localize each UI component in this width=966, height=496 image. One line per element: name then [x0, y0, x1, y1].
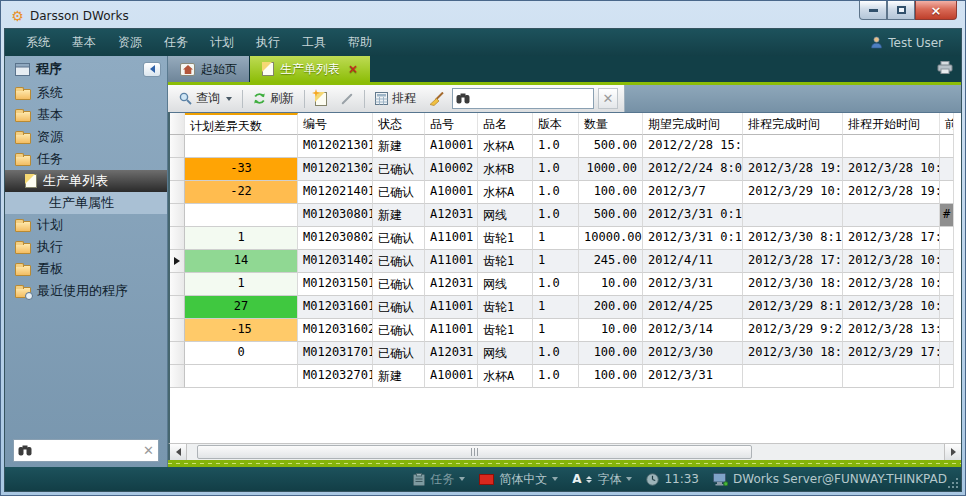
- sidebar-item-basic[interactable]: 基本: [5, 104, 167, 126]
- table-cell[interactable]: 2012/3/28 19:10: [743, 158, 843, 181]
- table-cell[interactable]: 2012/3/30: [643, 342, 743, 365]
- table-cell[interactable]: 1: [533, 296, 579, 319]
- table-row[interactable]: 1M012030802已确认A11001齿轮1110000.002012/3/3…: [170, 227, 961, 250]
- column-header[interactable]: 品号: [425, 113, 478, 135]
- column-header[interactable]: 排程开始时间: [843, 113, 940, 135]
- column-header[interactable]: 品名: [478, 113, 533, 135]
- sidebar-item-system[interactable]: 系统: [5, 82, 167, 104]
- table-cell[interactable]: A10001: [425, 365, 478, 388]
- table-cell[interactable]: 2012/3/31 0:17: [643, 227, 743, 250]
- table-cell[interactable]: A10002: [425, 158, 478, 181]
- column-header[interactable]: 版本: [533, 113, 579, 135]
- table-cell[interactable]: 已确认: [373, 273, 425, 296]
- menu-execute[interactable]: 执行: [245, 30, 291, 55]
- refresh-button[interactable]: 刷新: [248, 88, 299, 109]
- record-selector[interactable]: [170, 365, 185, 388]
- table-cell[interactable]: [743, 135, 843, 158]
- table-cell[interactable]: 齿轮1: [478, 296, 533, 319]
- record-selector[interactable]: [170, 342, 185, 365]
- table-cell-overflow[interactable]: [940, 158, 954, 181]
- table-cell[interactable]: 1.0: [533, 273, 579, 296]
- minimize-button[interactable]: [859, 1, 887, 20]
- table-cell[interactable]: 2012/3/7: [643, 181, 743, 204]
- table-cell[interactable]: 2012/3/30 18:00: [743, 342, 843, 365]
- table-cell[interactable]: 齿轮1: [478, 227, 533, 250]
- table-row[interactable]: 1M012031501已确认A12031网线1.010.002012/3/312…: [170, 273, 961, 296]
- record-selector[interactable]: [170, 273, 185, 296]
- table-cell[interactable]: M012021301: [298, 135, 373, 158]
- table-cell[interactable]: A12031: [425, 204, 478, 227]
- table-cell[interactable]: 1.0: [533, 365, 579, 388]
- record-selector[interactable]: [170, 204, 185, 227]
- table-cell-overflow[interactable]: [940, 365, 954, 388]
- table-cell[interactable]: 245.00: [579, 250, 643, 273]
- table-cell[interactable]: 齿轮1: [478, 319, 533, 342]
- table-row[interactable]: M012021301新建A10001水杯A1.0500.002012/2/28 …: [170, 135, 961, 158]
- table-cell[interactable]: A12031: [425, 273, 478, 296]
- table-cell[interactable]: 100.00: [579, 365, 643, 388]
- sidebar-item-task[interactable]: 任务: [5, 148, 167, 170]
- table-row[interactable]: -33M012021302已确认A10002水杯B1.01000.002012/…: [170, 158, 961, 181]
- table-cell[interactable]: 新建: [373, 204, 425, 227]
- clean-button[interactable]: [424, 90, 449, 108]
- sidebar-item-production-order-list[interactable]: 生产单列表: [5, 170, 167, 192]
- table-cell[interactable]: 10000.00: [579, 227, 643, 250]
- record-selector[interactable]: [170, 227, 185, 250]
- menu-plan[interactable]: 计划: [199, 30, 245, 55]
- table-cell[interactable]: 已确认: [373, 296, 425, 319]
- column-header[interactable]: 状态: [373, 113, 425, 135]
- cell-plan-diff-days[interactable]: -33: [185, 158, 298, 181]
- menu-system[interactable]: 系统: [15, 30, 61, 55]
- table-row[interactable]: 27M012031601已确认A11001齿轮11200.002012/4/25…: [170, 296, 961, 319]
- table-cell[interactable]: 2012/4/11: [643, 250, 743, 273]
- current-row-indicator[interactable]: [170, 250, 185, 273]
- record-selector[interactable]: [170, 158, 185, 181]
- table-cell[interactable]: 1: [533, 250, 579, 273]
- table-cell-overflow[interactable]: [940, 273, 954, 296]
- menu-help[interactable]: 帮助: [337, 30, 383, 55]
- column-header[interactable]: 排程完成时间: [743, 113, 843, 135]
- cell-plan-diff-days[interactable]: 0: [185, 342, 298, 365]
- table-cell[interactable]: 2012/3/28 17:13: [843, 227, 940, 250]
- table-cell[interactable]: 2012/3/28 10:52: [843, 250, 940, 273]
- table-cell[interactable]: M012021401: [298, 181, 373, 204]
- sidebar-item-production-order-props[interactable]: 生产单属性: [5, 192, 167, 214]
- table-cell[interactable]: 2012/3/28 17:13: [743, 250, 843, 273]
- table-cell[interactable]: 1.0: [533, 135, 579, 158]
- table-row[interactable]: M012030801新建A12031网线1.0500.002012/3/31 0…: [170, 204, 961, 227]
- table-cell[interactable]: M012032701: [298, 365, 373, 388]
- table-cell[interactable]: 已确认: [373, 342, 425, 365]
- table-cell[interactable]: M012030801: [298, 204, 373, 227]
- user-area[interactable]: Test User: [870, 36, 951, 50]
- status-task[interactable]: 任务: [413, 471, 465, 488]
- table-cell[interactable]: 已确认: [373, 250, 425, 273]
- cell-plan-diff-days[interactable]: [185, 365, 298, 388]
- sidebar-collapse-button[interactable]: [143, 62, 161, 77]
- table-cell[interactable]: M012031402: [298, 250, 373, 273]
- table-cell[interactable]: A12031: [425, 342, 478, 365]
- table-cell[interactable]: 水杯A: [478, 181, 533, 204]
- table-cell-overflow[interactable]: [940, 296, 954, 319]
- table-cell-overflow[interactable]: #: [940, 204, 954, 227]
- table-cell[interactable]: 2012/3/30 18:00: [743, 273, 843, 296]
- menu-resource[interactable]: 资源: [107, 30, 153, 55]
- column-header[interactable]: 期望完成时间: [643, 113, 743, 135]
- table-cell-overflow[interactable]: [940, 227, 954, 250]
- close-button[interactable]: ×: [915, 1, 957, 20]
- table-cell[interactable]: 2012/3/29 8:15: [743, 296, 843, 319]
- table-cell[interactable]: 2012/3/29 17:46: [843, 342, 940, 365]
- table-cell[interactable]: 2012/3/31 0:10: [643, 204, 743, 227]
- horizontal-scrollbar[interactable]: [168, 443, 961, 460]
- table-cell[interactable]: 已确认: [373, 158, 425, 181]
- column-header[interactable]: 前: [940, 113, 954, 135]
- resize-grip[interactable]: [948, 478, 958, 488]
- table-cell[interactable]: A10001: [425, 135, 478, 158]
- menu-tools[interactable]: 工具: [291, 30, 337, 55]
- table-row[interactable]: -22M012021401已确认A10001水杯A1.0100.002012/3…: [170, 181, 961, 204]
- record-selector[interactable]: [170, 135, 185, 158]
- sidebar-search-clear-icon[interactable]: ✕: [143, 443, 154, 458]
- table-cell[interactable]: 2012/3/14: [643, 319, 743, 342]
- table-cell[interactable]: 新建: [373, 365, 425, 388]
- cell-plan-diff-days[interactable]: -22: [185, 181, 298, 204]
- table-cell-overflow[interactable]: [940, 319, 954, 342]
